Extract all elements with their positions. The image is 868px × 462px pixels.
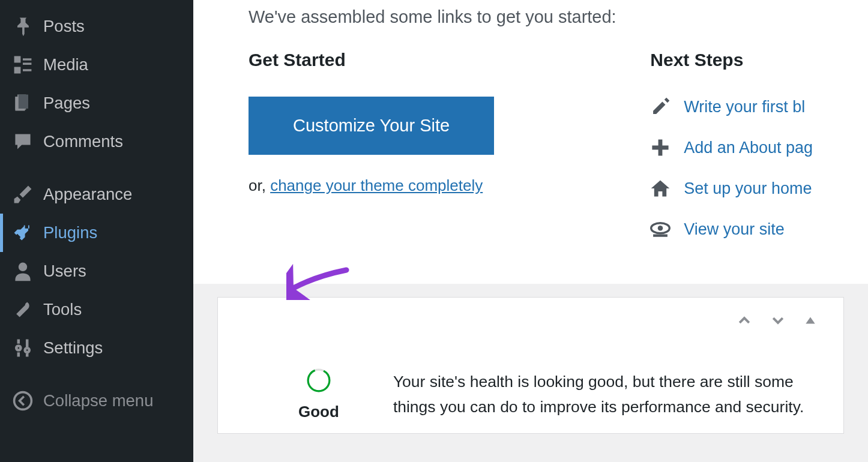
triangle-up-icon[interactable]	[804, 314, 817, 327]
view-icon	[650, 219, 671, 239]
sidebar-collapse-toggle[interactable]: Collapse menu	[0, 382, 193, 420]
main-content: We've assembled some links to get you st…	[193, 0, 868, 462]
change-theme-link[interactable]: change your theme completely	[270, 176, 483, 194]
or-prefix: or,	[249, 176, 270, 194]
sidebar-item-plugins[interactable]: Plugins	[0, 214, 193, 252]
admin-sidebar: Posts Media Pages Comments Appearance Pl…	[0, 0, 193, 462]
sidebar-item-label: Tools	[43, 300, 82, 319]
sidebar-collapse-label: Collapse menu	[43, 391, 153, 410]
sidebar-item-pages[interactable]: Pages	[0, 84, 193, 122]
sidebar-item-settings[interactable]: Settings	[0, 329, 193, 367]
site-health-box: Good Your site's health is looking good,…	[217, 343, 844, 434]
sidebar-item-label: Posts	[43, 17, 85, 36]
next-step-link[interactable]: View your site	[684, 220, 785, 239]
or-change-theme-text: or, change your theme completely	[249, 176, 602, 195]
user-icon	[12, 260, 34, 282]
next-step-item-view: View your site	[650, 219, 813, 239]
svg-rect-6	[653, 235, 668, 237]
sidebar-item-appearance[interactable]: Appearance	[0, 175, 193, 214]
site-health-text: Your site's health is looking good, but …	[393, 370, 817, 419]
pin-icon	[12, 16, 34, 37]
sidebar-item-label: Pages	[43, 94, 90, 113]
sidebar-separator	[0, 367, 193, 382]
sidebar-item-tools[interactable]: Tools	[0, 290, 193, 329]
panel-gap	[193, 284, 868, 297]
svg-point-8	[308, 370, 330, 391]
sidebar-item-posts[interactable]: Posts	[0, 7, 193, 46]
sidebar-item-label: Appearance	[43, 185, 132, 204]
chevron-up-icon[interactable]	[737, 313, 752, 328]
svg-point-2	[19, 263, 27, 271]
brush-icon	[12, 184, 34, 205]
next-step-link[interactable]: Write your first bl	[684, 98, 805, 116]
chevron-down-icon[interactable]	[770, 313, 786, 328]
next-step-item-write: Write your first bl	[650, 97, 813, 117]
health-circle-icon	[306, 368, 331, 393]
next-steps-heading: Next Steps	[650, 50, 813, 70]
customize-site-button[interactable]: Customize Your Site	[249, 97, 494, 155]
media-icon	[12, 54, 34, 76]
sidebar-item-label: Plugins	[43, 223, 97, 242]
next-step-item-homepage: Set up your home	[650, 178, 813, 199]
sidebar-item-label: Comments	[43, 132, 123, 151]
plus-icon	[650, 137, 671, 158]
next-step-item-about: Add an About pag	[650, 137, 813, 158]
sidebar-item-users[interactable]: Users	[0, 252, 193, 290]
next-step-link[interactable]: Add an About pag	[684, 139, 813, 157]
collapse-icon	[12, 390, 34, 412]
welcome-intro: We've assembled some links to get you st…	[249, 0, 813, 50]
site-health-box-header	[217, 297, 844, 343]
plug-icon	[12, 222, 34, 244]
get-started-heading: Get Started	[249, 50, 602, 70]
site-health-status-label: Good	[298, 403, 339, 421]
home-icon	[650, 178, 671, 199]
welcome-panel: We've assembled some links to get you st…	[193, 0, 868, 284]
edit-icon	[650, 97, 671, 117]
comment-icon	[12, 131, 34, 152]
sidebar-item-label: Media	[43, 55, 88, 74]
next-steps-list: Write your first bl Add an About pag Set…	[650, 97, 813, 239]
svg-rect-1	[19, 95, 28, 109]
next-step-link[interactable]: Set up your home	[684, 179, 812, 198]
sidebar-item-comments[interactable]: Comments	[0, 122, 193, 161]
wrench-icon	[12, 299, 34, 320]
svg-point-3	[14, 392, 32, 410]
settings-icon	[12, 337, 34, 359]
sidebar-separator	[0, 161, 193, 175]
sidebar-item-label: Settings	[43, 338, 103, 358]
pages-icon	[12, 92, 34, 114]
sidebar-item-label: Users	[43, 262, 86, 281]
sidebar-item-media[interactable]: Media	[0, 46, 193, 84]
svg-point-5	[658, 226, 663, 231]
site-health-indicator: Good	[298, 368, 339, 421]
